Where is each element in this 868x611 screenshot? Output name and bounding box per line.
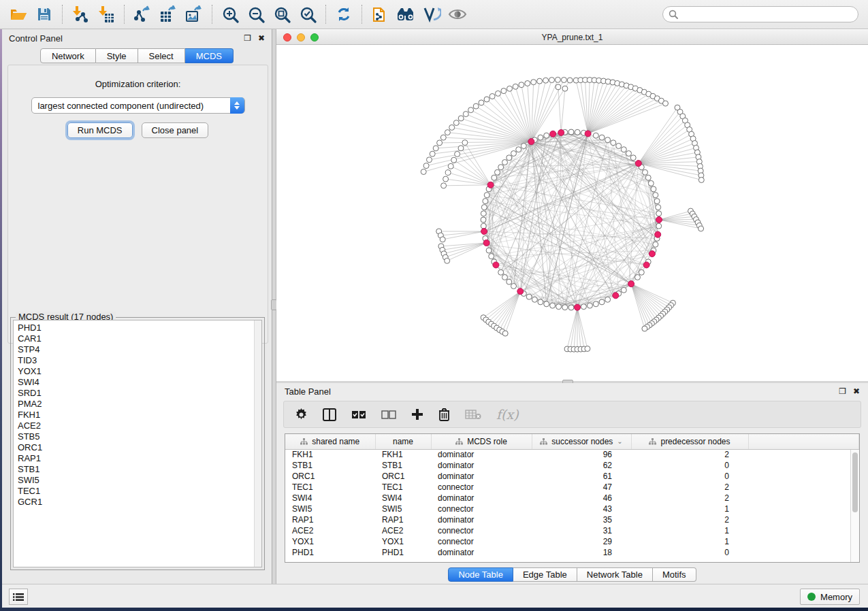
selected-node[interactable] [575, 304, 581, 310]
selected-node[interactable] [487, 182, 494, 188]
zoom-selected-button[interactable] [295, 3, 321, 26]
table-row[interactable]: FKH1FKH1dominator962 [285, 449, 858, 460]
add-column-button[interactable] [411, 408, 423, 420]
table-row[interactable]: PHD1PHD1dominator180 [285, 547, 858, 558]
mcds-result-item[interactable]: CAR1 [18, 333, 261, 344]
export-network-button[interactable] [129, 3, 155, 26]
delete-table-button[interactable] [465, 409, 481, 420]
delete-column-button[interactable] [438, 408, 450, 421]
export-image-button[interactable] [181, 3, 207, 26]
close-panel-button[interactable]: Close panel [142, 122, 209, 138]
table-row[interactable]: RAP1RAP1dominator352 [285, 514, 858, 525]
mcds-result-item[interactable]: TID3 [18, 355, 261, 366]
result-list-scrollbar[interactable] [254, 320, 261, 567]
mcds-result-item[interactable]: ACE2 [18, 420, 261, 431]
console-button[interactable] [9, 589, 28, 605]
float-table-panel-icon[interactable]: ❒ [839, 387, 846, 395]
mcds-result-item[interactable]: STB5 [18, 431, 261, 442]
mcds-result-item[interactable]: PHD1 [18, 323, 261, 333]
close-table-panel-icon[interactable]: ✖ [853, 387, 860, 395]
export-table-button[interactable] [155, 3, 181, 26]
selected-node[interactable] [585, 131, 591, 137]
refresh-button[interactable] [331, 3, 357, 26]
mcds-result-list[interactable]: PHD1CAR1STP4TID3YOX1SWI4SRD1PMA2FKH1ACE2… [13, 320, 262, 567]
hide-details-button[interactable] [445, 3, 470, 26]
mcds-result-item[interactable]: YOX1 [18, 366, 261, 377]
memory-button[interactable]: Memory [800, 589, 860, 605]
mcds-result-item[interactable]: PMA2 [18, 399, 261, 410]
table-row[interactable]: SWI4SWI4dominator462 [285, 493, 858, 503]
tab-edge-table[interactable]: Edge Table [513, 567, 577, 582]
table-row[interactable]: ORC1ORC1dominator610 [285, 471, 858, 482]
show-columns-button[interactable] [323, 408, 336, 421]
mcds-result-item[interactable]: GCR1 [18, 497, 261, 508]
column-header-shared-name[interactable]: shared name [285, 434, 375, 449]
zoom-in-button[interactable] [217, 3, 243, 26]
selected-node[interactable] [655, 231, 661, 237]
graphics-details-button[interactable] [419, 3, 445, 26]
selected-node[interactable] [643, 262, 649, 268]
column-header-predecessor-nodes[interactable]: predecessor nodes [631, 434, 748, 449]
app-store-button[interactable] [367, 3, 393, 26]
mcds-result-item[interactable]: SWI5 [18, 475, 261, 486]
tab-motifs[interactable]: Motifs [653, 567, 696, 582]
table-row[interactable]: TEC1TEC1connector472 [285, 482, 858, 493]
column-header-name[interactable]: name [375, 434, 431, 449]
mcds-result-item[interactable]: RAP1 [18, 453, 261, 464]
selected-node[interactable] [528, 139, 534, 145]
table-scrollbar[interactable] [850, 450, 859, 562]
mcds-result-item[interactable]: SRD1 [18, 388, 261, 399]
tab-network-table[interactable]: Network Table [577, 567, 653, 582]
selected-node[interactable] [613, 293, 619, 299]
float-panel-icon[interactable]: ❒ [244, 34, 251, 42]
mcds-result-item[interactable]: TEC1 [18, 486, 261, 497]
deselect-all-button[interactable] [381, 410, 396, 419]
tab-select[interactable]: Select [138, 48, 185, 63]
selected-node[interactable] [481, 229, 487, 235]
import-table-button[interactable] [93, 3, 119, 26]
network-window: YPA_prune.txt_1 [276, 29, 868, 381]
selected-node[interactable] [493, 262, 499, 268]
selected-node[interactable] [628, 281, 634, 287]
select-all-button[interactable] [351, 410, 366, 419]
tab-style[interactable]: Style [96, 48, 138, 63]
table-row[interactable]: ACE2ACE2connector311 [285, 525, 858, 536]
selected-node[interactable] [656, 217, 662, 223]
column-header-MCDS-role[interactable]: MCDS role [431, 434, 532, 449]
zoom-out-button[interactable] [243, 3, 269, 26]
selected-node[interactable] [550, 131, 556, 137]
network-canvas[interactable] [276, 45, 868, 381]
mcds-result-item[interactable]: STB1 [18, 464, 261, 475]
search-field[interactable] [662, 6, 858, 22]
table-row[interactable]: YOX1YOX1connector291 [285, 536, 858, 547]
tab-mcds[interactable]: MCDS [185, 48, 234, 63]
zoom-fit-button[interactable] [269, 3, 295, 26]
tab-node-table[interactable]: Node Table [448, 567, 513, 582]
selected-node[interactable] [483, 240, 489, 246]
optimization-criterion-select[interactable]: largest connected component (undirected) [31, 97, 245, 114]
table-settings-button[interactable] [295, 408, 308, 421]
table-row[interactable]: STB1STB1dominator620 [285, 460, 858, 471]
selected-node[interactable] [517, 288, 524, 295]
search-input[interactable] [681, 10, 852, 19]
function-builder-button[interactable]: f(x) [496, 407, 519, 422]
selected-node[interactable] [558, 129, 564, 135]
import-network-button[interactable] [67, 3, 93, 26]
mcds-tab-panel: Optimization criterion: largest connecte… [7, 65, 268, 344]
run-mcds-button[interactable]: Run MCDS [67, 122, 133, 138]
table-row[interactable]: SWI5SWI5connector431 [285, 503, 858, 514]
mcds-result-item[interactable]: SWI4 [18, 377, 261, 388]
mcds-result-item[interactable]: ORC1 [18, 442, 261, 453]
save-session-button[interactable] [31, 3, 57, 26]
selected-node[interactable] [635, 161, 641, 167]
column-header-successor-nodes[interactable]: successor nodes⌄ [532, 434, 631, 449]
mcds-result-item[interactable]: STP4 [18, 344, 261, 355]
mcds-result-item[interactable]: FKH1 [18, 410, 261, 420]
selected-node[interactable] [649, 251, 655, 257]
table-scrollbar-thumb[interactable] [852, 452, 858, 512]
network-window-titlebar: YPA_prune.txt_1 [276, 30, 868, 45]
close-panel-icon[interactable]: ✖ [258, 34, 265, 42]
search-network-button[interactable] [393, 3, 419, 26]
tab-network[interactable]: Network [40, 48, 96, 63]
open-file-button[interactable] [5, 3, 31, 26]
